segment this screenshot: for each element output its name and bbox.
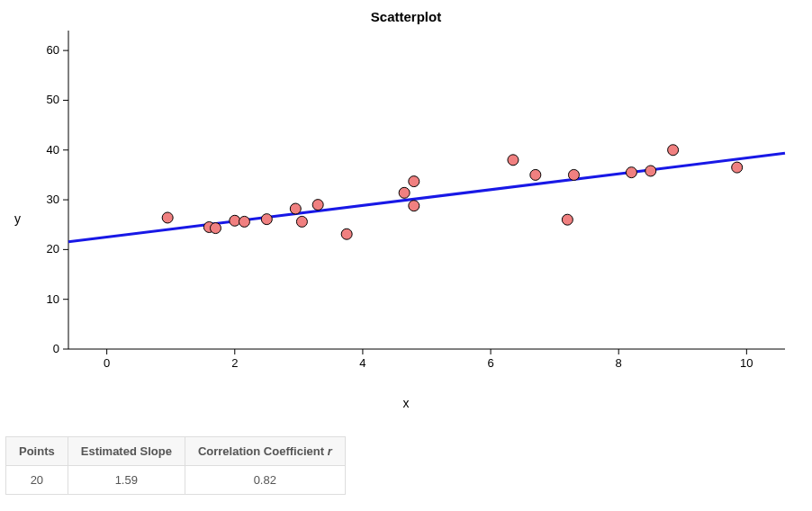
plot-svg: 01020304050600246810 (14, 25, 798, 385)
y-axis-label: y (14, 211, 21, 226)
scatter-point (668, 145, 679, 156)
stats-header-points: Points (6, 437, 68, 466)
scatter-point (626, 167, 636, 178)
x-tick-label: 8 (616, 356, 622, 370)
regression-line (68, 153, 785, 242)
y-tick-label: 0 (53, 342, 59, 355)
scatter-point (508, 155, 519, 166)
scatter-point (530, 169, 541, 180)
y-tick-label: 30 (47, 193, 59, 206)
scatterplot: y 01020304050600246810 x (14, 25, 798, 412)
stats-table: Points Estimated Slope Correlation Coeff… (5, 436, 346, 495)
stats-value-points: 20 (6, 466, 68, 495)
scatter-point (732, 162, 743, 173)
stats-value-corr: 0.82 (185, 466, 345, 495)
x-tick-label: 10 (740, 356, 753, 370)
chart-title: Scatterplot (0, 0, 812, 24)
scatter-point (261, 214, 272, 225)
scatter-point (290, 203, 301, 214)
scatter-point (568, 169, 579, 180)
scatter-point (399, 187, 410, 198)
scatter-point (162, 212, 173, 223)
scatter-point (230, 215, 240, 226)
scatter-point (645, 166, 656, 176)
y-tick-label: 10 (47, 292, 59, 306)
x-tick-label: 2 (231, 356, 238, 370)
stats-value-slope: 1.59 (68, 466, 185, 495)
y-tick-label: 50 (47, 93, 59, 106)
y-tick-label: 60 (47, 43, 59, 57)
scatter-point (562, 214, 573, 225)
scatter-point (409, 201, 420, 211)
scatter-point (312, 200, 323, 211)
x-tick-label: 4 (359, 356, 365, 370)
scatter-point (409, 176, 420, 187)
x-tick-label: 6 (487, 356, 493, 370)
scatter-point (210, 223, 221, 234)
x-axis-label: x (403, 396, 410, 410)
scatter-point (239, 216, 249, 227)
y-tick-label: 40 (47, 143, 59, 157)
x-tick-label: 0 (104, 356, 110, 370)
y-tick-label: 20 (47, 242, 59, 256)
scatter-point (341, 229, 352, 239)
stats-header-slope: Estimated Slope (68, 437, 185, 466)
scatter-point (296, 216, 307, 227)
stats-header-corr: Correlation Coefficient r (185, 437, 345, 466)
